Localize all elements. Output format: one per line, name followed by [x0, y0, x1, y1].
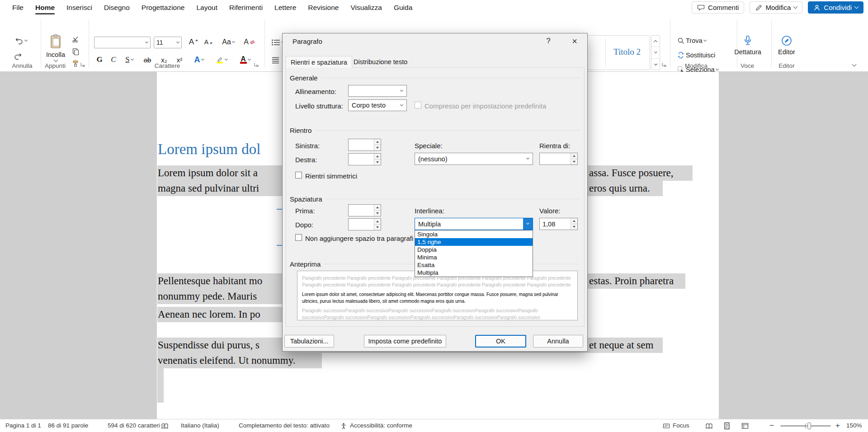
language-indicator[interactable]: Italiano (Italia): [181, 419, 219, 432]
gallery-scroll-down[interactable]: [651, 47, 660, 58]
spin-down[interactable]: [374, 225, 381, 230]
indent-by-spinner[interactable]: [539, 153, 578, 165]
undo-button[interactable]: [11, 35, 31, 47]
ok-button[interactable]: OK: [475, 335, 526, 347]
page-indicator[interactable]: Pagina 1 di 1: [5, 419, 41, 432]
copy-button[interactable]: [70, 47, 81, 56]
spinner-buttons[interactable]: [571, 153, 577, 164]
zoom-level[interactable]: 150%: [846, 419, 862, 432]
dialog-help-button[interactable]: ?: [541, 35, 556, 47]
tab-disegno[interactable]: Disegno: [98, 0, 136, 15]
read-mode-icon[interactable]: [705, 423, 713, 430]
change-case-button[interactable]: Aa: [218, 36, 239, 48]
line-spacing-combo[interactable]: Multipla: [415, 218, 533, 230]
option-singola[interactable]: Singola: [415, 230, 533, 238]
option-multipla[interactable]: Multipla: [415, 269, 533, 277]
combo-button[interactable]: [397, 85, 406, 96]
character-count[interactable]: 594 di 620 caratteri: [108, 419, 160, 432]
cut-button[interactable]: [70, 34, 81, 44]
word-count[interactable]: 86 di 91 parole: [48, 419, 88, 432]
font-color-button[interactable]: A: [235, 54, 255, 66]
tab-progettazione[interactable]: Progettazione: [136, 0, 191, 15]
spin-up[interactable]: [374, 205, 381, 211]
indent-left-spinner[interactable]: [348, 139, 381, 151]
outline-level-combo[interactable]: Corpo testo: [348, 99, 407, 111]
spacing-after-spinner[interactable]: [348, 218, 381, 230]
tab-layout[interactable]: Layout: [190, 0, 223, 15]
web-layout-icon[interactable]: [741, 423, 749, 430]
gallery-scroll-up[interactable]: [651, 36, 660, 47]
spinner-buttons[interactable]: [571, 218, 577, 230]
font-size-combo[interactable]: 11: [154, 37, 182, 48]
justify-button[interactable]: [269, 55, 281, 66]
option-doppia[interactable]: Doppia: [415, 246, 533, 254]
share-button[interactable]: Condividi: [808, 1, 863, 14]
find-button[interactable]: Trova: [675, 35, 708, 47]
replace-button[interactable]: Sostituisci: [675, 49, 717, 61]
alignment-combo[interactable]: [348, 85, 407, 97]
spin-up[interactable]: [374, 139, 381, 145]
spinner-buttons[interactable]: [374, 219, 381, 230]
at-spinner[interactable]: 1,08: [539, 218, 578, 230]
set-default-button[interactable]: Imposta come predefinito: [364, 335, 446, 347]
print-layout-icon[interactable]: [723, 422, 731, 430]
gallery-more[interactable]: [651, 59, 660, 70]
spin-up[interactable]: [374, 154, 381, 160]
spin-down[interactable]: [374, 160, 381, 165]
tab-rientri-spaziatura[interactable]: Rientri e spaziatura: [286, 56, 352, 68]
focus-mode-button[interactable]: Focus: [673, 419, 689, 432]
combo-button[interactable]: [523, 218, 533, 230]
spin-up[interactable]: [571, 218, 577, 224]
styles-dialog-launcher[interactable]: [661, 62, 667, 68]
special-combo[interactable]: (nessuno): [415, 153, 533, 165]
tab-distribuzione-testo[interactable]: Distribuzione testo: [349, 56, 412, 68]
font-name-combo[interactable]: [94, 37, 151, 48]
zoom-slider-track[interactable]: [780, 425, 831, 427]
tab-file[interactable]: File: [6, 0, 29, 15]
tabs-button[interactable]: Tabulazioni...: [284, 335, 334, 347]
option-esatta[interactable]: Esatta: [415, 261, 533, 269]
proofing-book-icon[interactable]: [161, 423, 169, 430]
bold-button[interactable]: G: [93, 54, 106, 66]
tab-lettere[interactable]: Lettere: [269, 0, 302, 15]
italic-button[interactable]: C: [108, 54, 119, 66]
style-titolo2[interactable]: Titolo 2: [613, 47, 641, 57]
spin-up[interactable]: [374, 219, 381, 225]
indent-right-spinner[interactable]: [348, 153, 381, 165]
no-space-checkbox[interactable]: [295, 234, 302, 241]
spinner-buttons[interactable]: [374, 154, 381, 165]
option-minima[interactable]: Minima: [415, 254, 533, 261]
tab-riferimenti[interactable]: Riferimenti: [223, 0, 269, 15]
zoom-in-button[interactable]: +: [835, 419, 840, 432]
font-dialog-launcher[interactable]: [253, 62, 259, 68]
option-15-righe[interactable]: 1,5 righe: [415, 238, 533, 246]
cancel-button[interactable]: Annulla: [533, 335, 583, 347]
tab-inserisci[interactable]: Inserisci: [61, 0, 98, 15]
text-completion-indicator[interactable]: Completamento del testo: attivato: [239, 419, 330, 432]
editing-mode-button[interactable]: Modifica: [750, 1, 802, 14]
tab-revisione[interactable]: Revisione: [302, 0, 344, 15]
dialog-close-button[interactable]: ×: [567, 35, 582, 47]
shrink-font-button[interactable]: A: [202, 36, 215, 48]
combo-button[interactable]: [397, 100, 406, 111]
collapse-ribbon-button[interactable]: [848, 60, 860, 70]
spin-down[interactable]: [374, 145, 381, 150]
collapsed-checkbox[interactable]: [415, 102, 421, 108]
zoom-out-button[interactable]: −: [769, 419, 774, 432]
spin-down[interactable]: [374, 211, 381, 216]
spinner-buttons[interactable]: [374, 139, 381, 150]
spinner-buttons[interactable]: [374, 205, 381, 216]
mirror-indents-checkbox[interactable]: [295, 172, 302, 178]
grow-font-button[interactable]: A: [187, 36, 200, 48]
clear-formatting-button[interactable]: A: [242, 36, 256, 48]
redo-button[interactable]: [11, 50, 24, 62]
spacing-before-spinner[interactable]: [348, 204, 381, 216]
tab-home[interactable]: Home: [29, 0, 61, 15]
clipboard-dialog-launcher[interactable]: [80, 62, 86, 68]
spin-down[interactable]: [571, 224, 577, 230]
comments-button[interactable]: Commenti: [692, 1, 744, 14]
spin-up[interactable]: [571, 153, 577, 159]
spin-down[interactable]: [571, 159, 577, 164]
dialog-titlebar[interactable]: Paragrafo ? ×: [283, 33, 587, 50]
combo-button[interactable]: [523, 153, 533, 164]
